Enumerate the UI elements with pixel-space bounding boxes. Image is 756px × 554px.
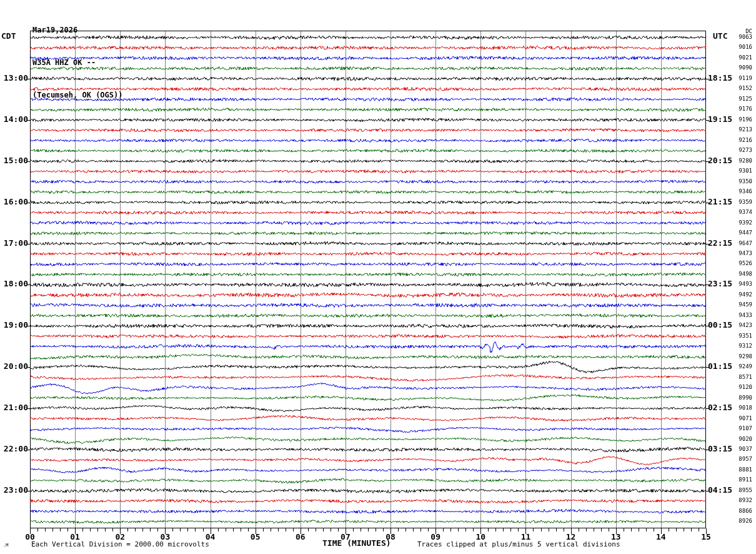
trace-count-value: 9351 bbox=[734, 333, 752, 339]
left-hour-label: 15:00 bbox=[0, 156, 28, 165]
trace-count-value: 9196 bbox=[734, 117, 752, 123]
trace-count-value: 8926 bbox=[734, 518, 752, 524]
trace-count-value: 9493 bbox=[734, 281, 752, 287]
trace-count-value: 9021 bbox=[734, 55, 752, 61]
trace-count-value: 9447 bbox=[734, 230, 752, 236]
trace-count-value: 9312 bbox=[734, 343, 752, 349]
trace-count-value: 9374 bbox=[734, 209, 752, 215]
trace-count-value: 8866 bbox=[734, 508, 752, 514]
trace-count-value: 9216 bbox=[734, 138, 752, 143]
x-tick-label: 15 bbox=[695, 532, 717, 541]
title-station: W35A HHZ OK -- bbox=[32, 58, 123, 67]
left-hour-label: 19:00 bbox=[0, 321, 28, 330]
trace-count-value: 9301 bbox=[734, 168, 752, 174]
trace-count-value: 9392 bbox=[734, 220, 752, 226]
trace-count-value: 8911 bbox=[734, 477, 752, 483]
trace-count-value: 9280 bbox=[734, 158, 752, 164]
x-tick-label: 14 bbox=[650, 532, 672, 541]
trace-count-value: 8955 bbox=[734, 488, 752, 493]
right-timezone-header: UTC bbox=[713, 31, 727, 41]
x-axis-title: TIME (MINUTES) bbox=[322, 538, 391, 548]
trace-count-value: 9071 bbox=[734, 416, 752, 421]
trace-count-value: 9016 bbox=[734, 44, 752, 50]
trace-count-value: 8881 bbox=[734, 467, 752, 473]
trace-count-value: 9125 bbox=[734, 96, 752, 102]
trace-count-value: 9350 bbox=[734, 179, 752, 184]
trace-count-value: 9473 bbox=[734, 251, 752, 256]
left-hour-label: 14:00 bbox=[0, 115, 28, 124]
trace-count-value: 9647 bbox=[734, 241, 752, 246]
trace-count-value: 9273 bbox=[734, 148, 752, 153]
trace-count-value: 9020 bbox=[734, 436, 752, 442]
trace-count-value: 9120 bbox=[734, 385, 752, 390]
left-hour-label: 18:00 bbox=[0, 280, 28, 288]
scale-note: Each Vertical Division = 2000.00 microvo… bbox=[31, 540, 209, 548]
trace-count-value: 9423 bbox=[734, 323, 752, 328]
left-timezone-header: CDT bbox=[1, 31, 16, 41]
trace-count-value: 9107 bbox=[734, 426, 752, 431]
x-tick-label: 05 bbox=[244, 532, 267, 541]
left-hour-label: 21:00 bbox=[0, 403, 28, 412]
title-block: Mar19,2026 W35A HHZ OK -- (Tecumseh, OK … bbox=[32, 2, 123, 123]
trace-count-value: 9037 bbox=[734, 446, 752, 452]
trace-count-value: 8957 bbox=[734, 456, 752, 462]
trace-count-value: 8932 bbox=[734, 498, 752, 503]
left-hour-label: 23:00 bbox=[0, 486, 28, 495]
trace-count-value: 9213 bbox=[734, 127, 752, 133]
trace-count-value: 9498 bbox=[734, 271, 752, 277]
trace-count-value: 9433 bbox=[734, 313, 752, 318]
trace-count-value: 9119 bbox=[734, 76, 752, 81]
title-date: Mar19,2026 bbox=[32, 26, 123, 34]
left-hour-label: 20:00 bbox=[0, 362, 28, 371]
helicorder-page: Mar19,2026 W35A HHZ OK -- (Tecumseh, OK … bbox=[0, 0, 756, 554]
trace-count-value: 8571 bbox=[734, 375, 752, 380]
trace-count-value: 9018 bbox=[734, 405, 752, 411]
left-hour-label: 16:00 bbox=[0, 198, 28, 206]
trace-count-value: 9152 bbox=[734, 86, 752, 91]
trace-count-value: 9492 bbox=[734, 292, 752, 298]
trace-count-value: 9526 bbox=[734, 261, 752, 266]
left-hour-label: 17:00 bbox=[0, 239, 28, 248]
title-location: (Tecumseh, OK (OGS)) bbox=[32, 91, 123, 99]
left-hour-label: 22:00 bbox=[0, 445, 28, 453]
trace-count-value: 9063 bbox=[734, 34, 752, 40]
trace-count-value: 9176 bbox=[734, 106, 752, 112]
trace-count-value: 9359 bbox=[734, 199, 752, 205]
clip-note: Traces clipped at plus/minus 5 vertical … bbox=[417, 540, 620, 548]
trace-count-value: 9298 bbox=[734, 354, 752, 360]
corner-mark: .M bbox=[3, 543, 8, 548]
trace-count-value: 9346 bbox=[734, 189, 752, 194]
left-hour-label: 13:00 bbox=[0, 74, 28, 83]
trace-count-value: 9090 bbox=[734, 65, 752, 71]
trace-count-value: 9459 bbox=[734, 302, 752, 308]
trace-count-value: 9249 bbox=[734, 364, 752, 370]
x-tick-label: 06 bbox=[289, 532, 312, 541]
trace-count-value: 8990 bbox=[734, 395, 752, 401]
